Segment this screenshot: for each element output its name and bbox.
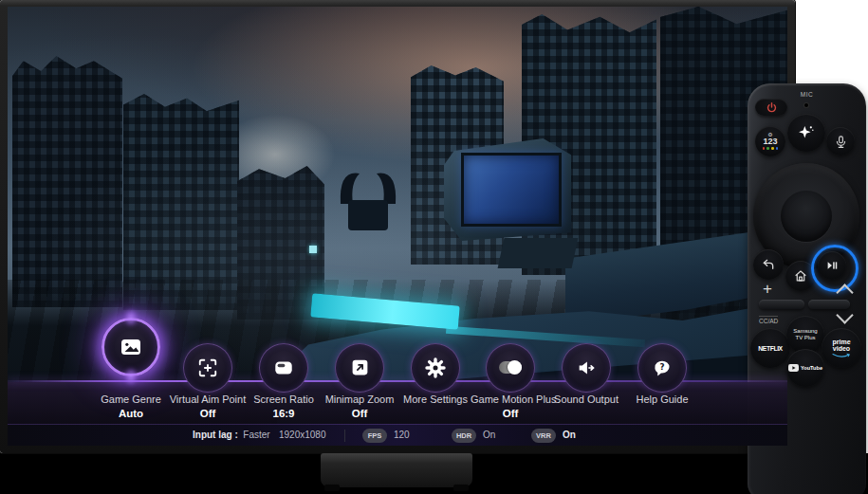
fps-value: 120 — [394, 430, 410, 440]
rifle-front-sight — [335, 156, 401, 234]
gamebar-item-virtual-aim-point[interactable]: Virtual Aim Point Off — [168, 320, 248, 393]
game-status-bar: Input lag : Faster 1920x1080 FPS120 HDRO… — [8, 424, 787, 446]
stand-foot — [453, 485, 469, 491]
samsung-tv-plus-button[interactable]: Samsung TV Plus — [786, 316, 824, 354]
gamebar-item-sound-output[interactable]: Sound Output — [546, 320, 626, 393]
prime-video-label-2: video — [833, 345, 850, 353]
gamebar-item-minimap-zoom[interactable]: Minimap Zoom Off — [320, 320, 399, 393]
minimap-zoom-icon[interactable] — [335, 343, 384, 393]
gamebar-item-label: Screen Ratio — [244, 393, 323, 405]
gamebar-item-label: Game Motion Plus — [471, 393, 550, 405]
youtube-play-icon — [788, 364, 799, 372]
fps-badge: FPS — [362, 429, 387, 443]
gamebar-item-help-guide[interactable]: ? Help Guide — [622, 320, 702, 393]
input-lag-value: Faster — [243, 430, 269, 440]
screen-ratio-icon[interactable] — [259, 343, 308, 393]
svg-text:?: ? — [659, 362, 664, 372]
volume-up-button[interactable]: + — [759, 281, 776, 298]
tv-frame: Game Genre Auto Virtual Aim Point Off Sc… — [0, 0, 795, 453]
play-pause-button[interactable] — [818, 251, 846, 280]
rifle-sight-screen — [461, 153, 562, 227]
ai-sparkle-button[interactable] — [787, 114, 825, 152]
power-icon — [766, 101, 778, 114]
youtube-label: YouTube — [801, 365, 822, 371]
gamebar-item-value: Auto — [91, 408, 171, 419]
vrr-badge: VRR — [531, 429, 556, 443]
gamebar-item-value: Off — [168, 408, 248, 419]
scene: Game Genre Auto Virtual Aim Point Off Sc… — [0, 0, 868, 494]
gamebar-item-label: Help Guide — [622, 393, 702, 405]
hdr-badge: HDR — [452, 429, 476, 443]
hdr-value: On — [483, 430, 495, 440]
gamebar-item-value: Off — [471, 408, 550, 419]
voice-mic-button[interactable] — [826, 127, 855, 156]
vrr-value: On — [563, 430, 576, 440]
gamebar-item-game-motion-plus[interactable]: Game Motion Plus Off — [471, 320, 550, 393]
fps-status: FPS120 — [362, 425, 410, 446]
play-pause-icon — [825, 259, 839, 272]
home-button[interactable] — [785, 261, 816, 291]
toggle-icon[interactable] — [486, 343, 535, 393]
power-button[interactable] — [755, 99, 787, 116]
youtube-button[interactable]: YouTube — [786, 349, 824, 387]
stand-foot — [324, 485, 340, 491]
back-arrow-icon — [761, 257, 776, 272]
vrr-status: VRROn — [531, 425, 576, 446]
select-button[interactable] — [781, 191, 832, 242]
gamebar-item-label: Minimap Zoom — [320, 393, 399, 405]
prime-smile-icon — [831, 353, 852, 358]
netflix-label: NETFLIX — [758, 345, 783, 352]
status-divider — [344, 430, 345, 442]
aim-reticle — [299, 235, 323, 259]
netflix-button[interactable]: NETFLIX — [750, 328, 790, 368]
channel-up-icon[interactable] — [836, 284, 853, 301]
input-lag-status: Input lag : Faster — [193, 425, 270, 446]
input-lag-label: Input lag : — [193, 430, 238, 440]
cc-ad-button[interactable]: CC/AD — [759, 316, 778, 324]
picture-icon[interactable] — [102, 318, 160, 376]
speaker-arrow-icon[interactable] — [562, 343, 611, 393]
gamebar-item-value: Off — [320, 408, 399, 419]
volume-rocker[interactable] — [759, 300, 804, 309]
numpad-label: 123 — [763, 137, 777, 146]
mic-label: MIC — [748, 91, 866, 98]
gamebar-item-label: Virtual Aim Point — [168, 393, 248, 405]
gamebar-item-value: 16:9 — [244, 408, 323, 419]
rifle-sight-mount — [498, 238, 579, 268]
aim-point-icon[interactable] — [183, 343, 232, 393]
gamebar-item-screen-ratio[interactable]: Screen Ratio 16:9 — [244, 320, 323, 393]
back-button[interactable] — [753, 249, 784, 280]
hdr-status: HDROn — [452, 425, 495, 446]
resolution-status: 1920x1080 — [279, 425, 326, 446]
color-dots — [763, 147, 778, 150]
sparkle-icon — [797, 123, 816, 142]
channel-down-icon[interactable] — [836, 306, 853, 323]
gamebar-item-game-genre[interactable]: Game Genre Auto — [91, 320, 171, 376]
tv-stand — [321, 453, 472, 487]
mic-hole — [804, 103, 808, 107]
gamebar-item-label: More Settings — [396, 393, 475, 405]
samsung-tv-plus-label-1: Samsung — [793, 328, 817, 335]
numpad-123-button[interactable]: ⚙ 123 — [755, 126, 785, 156]
gear-icon[interactable] — [411, 343, 460, 393]
tv-screen: Game Genre Auto Virtual Aim Point Off Sc… — [8, 7, 787, 446]
gamebar-item-label: Game Genre — [91, 393, 171, 405]
gamebar-item-more-settings[interactable]: More Settings — [396, 320, 475, 393]
gamebar-item-label: Sound Output — [546, 393, 626, 405]
prime-video-label-1: prime — [832, 338, 850, 346]
prime-video-button[interactable]: prime video — [822, 328, 861, 368]
samsung-tv-plus-label-2: TV Plus — [795, 335, 815, 341]
microphone-icon — [834, 135, 848, 149]
help-bubble-icon[interactable]: ? — [637, 343, 687, 393]
home-icon — [793, 268, 808, 284]
